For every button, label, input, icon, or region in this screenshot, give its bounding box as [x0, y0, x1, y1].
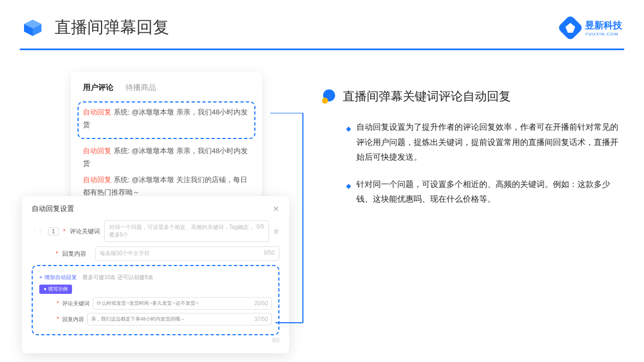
example-keyword-input[interactable]: 什么时候发货× 发货时间× 多久发货× 还不发货× 20/50 [93, 297, 272, 310]
keyword-tag[interactable]: 什么时候发货× [97, 300, 129, 307]
brand-name: 昱新科技 [585, 20, 622, 31]
settings-title: 自动回复设置 [32, 204, 74, 214]
required-dot: * [56, 250, 58, 257]
keyword-input[interactable]: 对同一个问题，可设置多个相近、高频的关键词，Tag确定，最多5个 0/5 [104, 220, 269, 242]
keyword-tag[interactable]: 发货时间× [129, 300, 152, 307]
highlighted-comment: 自动回复系统: @冰墩墩本墩 亲亲，我们48小时内发货 [77, 101, 255, 139]
auto-reply-tag: 自动回复 [83, 108, 111, 116]
content-placeholder: 每条限50个中文字符 [100, 250, 150, 257]
brand-icon [557, 14, 583, 40]
rule-number: 1 [48, 227, 59, 236]
required-dot: * [63, 228, 65, 234]
section-title: 直播间弹幕关键词评论自动回复 [343, 88, 511, 105]
outside-counter: /50 [32, 337, 279, 343]
add-note: 最多可建10条 还可以创建9条 [82, 274, 153, 280]
example-content-text: 亲，我们这边都是下单48小时内发货的哦～ [91, 316, 185, 323]
close-icon[interactable]: ✕ [273, 204, 279, 213]
content-input[interactable]: 每条限50个中文字符 0/50 [95, 246, 279, 261]
auto-reply-tag: 自动回复 [83, 147, 111, 155]
required-dot: * [57, 300, 59, 306]
brand-subtitle: YUUXIN.COM [585, 32, 622, 37]
page-title: 直播间弹幕回复 [55, 16, 169, 39]
auto-reply-tag: 自动回复 [83, 176, 111, 184]
tab-pending-products[interactable]: 待播商品 [126, 83, 156, 93]
bullet-text-1: 自动回复设置为了提升作者的评论回复效率，作者可在开播前针对常见的评论用户问题，提… [356, 120, 622, 165]
keyword-label: 评论关键词 [70, 227, 100, 236]
drag-handle-icon[interactable]: ⋮⋮ [32, 228, 44, 235]
keyword-tag[interactable]: 多久发货× [152, 300, 175, 307]
content-label: 回复内容 [62, 250, 91, 258]
content-counter: 0/50 [264, 250, 275, 257]
add-auto-reply-link[interactable]: + 增加自动回复 [39, 274, 77, 280]
section-bullet-icon [322, 89, 336, 104]
example-content-counter: 37/50 [254, 316, 268, 322]
keyword-counter: 0/5 [257, 224, 264, 239]
example-keyword-counter: 20/50 [254, 300, 268, 306]
diamond-bullet-icon: ◆ [346, 123, 351, 165]
example-content-label: 回复内容 [62, 316, 84, 323]
auto-reply-settings-panel: 自动回复设置 ✕ ⋮⋮ 1 * 评论关键词 对同一个问题，可设置多个相近、高频的… [22, 196, 289, 353]
delete-icon[interactable]: 🗑 [273, 228, 279, 234]
bullet-text-2: 针对同一个问题，可设置多个相近的、高频的关键词。例如：这款多少钱、这块能优惠吗、… [356, 177, 622, 207]
example-keyword-label: 评论关键词 [62, 300, 90, 307]
brand-logo: 昱新科技 YUUXIN.COM [561, 19, 622, 37]
diamond-bullet-icon: ◆ [346, 180, 351, 207]
keyword-placeholder: 对同一个问题，可设置多个相近、高频的关键词，Tag确定，最多5个 [109, 224, 257, 239]
required-dot: * [57, 316, 59, 322]
example-section: + 增加自动回复 最多可建10条 还可以创建9条 ● 填写示例 * 评论关键词 … [32, 265, 279, 335]
comments-panel: 用户评论 待播商品 自动回复系统: @冰墩墩本墩 亲亲，我们48小时内发货 自动… [71, 72, 262, 213]
example-badge: ● 填写示例 [39, 285, 72, 294]
keyword-tag[interactable]: 还不发货× [176, 300, 199, 307]
tab-user-comments[interactable]: 用户评论 [83, 83, 114, 93]
example-content-input[interactable]: 亲，我们这边都是下单48小时内发货的哦～ 37/50 [87, 313, 272, 325]
logo-cube-icon [22, 20, 44, 36]
